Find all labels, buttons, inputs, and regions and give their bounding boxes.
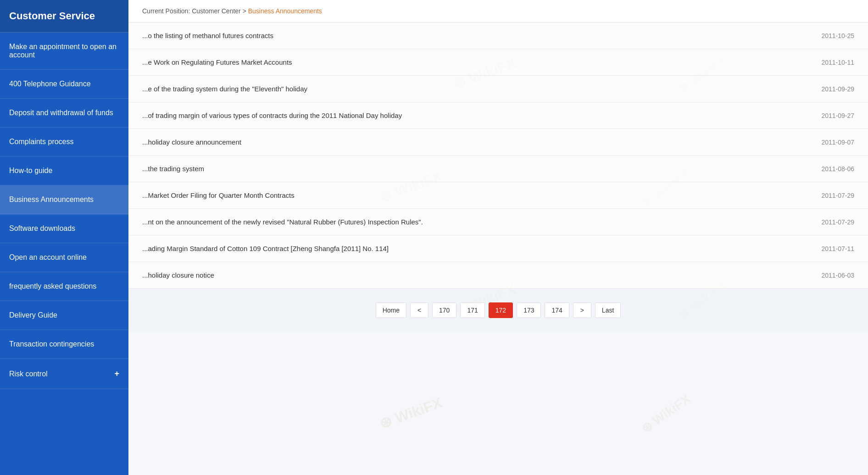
article-date: 2011-07-11 [821, 245, 854, 252]
article-row[interactable]: ...of trading margin of various types of… [128, 102, 868, 129]
main-content: Current Position: Customer Center > Busi… [128, 0, 868, 475]
sidebar-item-complaints-process[interactable]: Complaints process [0, 128, 128, 156]
article-date: 2011-06-03 [821, 272, 854, 279]
watermark-instance: ⊛ WikiFX [635, 394, 695, 431]
articles-list: ...o the listing of methanol futures con… [128, 22, 868, 289]
article-row[interactable]: ...e Work on Regulating Futures Market A… [128, 49, 868, 76]
pagination-home[interactable]: Home [376, 302, 406, 318]
sidebar-item-label: Complaints process [9, 138, 74, 146]
pagination-prev[interactable]: < [410, 302, 428, 318]
article-date: 2011-10-11 [821, 59, 854, 66]
sidebar-item-risk-control[interactable]: Risk control+ [0, 359, 128, 389]
sidebar-item-label: Make an appointment to open an account [9, 43, 119, 59]
sidebar-item-label: Business Announcements [9, 196, 94, 204]
article-row[interactable]: ...ading Margin Standard of Cotton 109 C… [128, 235, 868, 262]
article-row[interactable]: ...o the listing of methanol futures con… [128, 22, 868, 49]
sidebar-item-how-to-guide[interactable]: How-to guide [0, 156, 128, 185]
sidebar-item-software-downloads[interactable]: Software downloads [0, 214, 128, 243]
article-row[interactable]: ...Market Order Filing for Quarter Month… [128, 182, 868, 209]
expand-icon[interactable]: + [114, 369, 119, 379]
article-date: 2011-10-25 [821, 32, 854, 39]
article-row[interactable]: ...nt on the announcement of the newly r… [128, 209, 868, 235]
sidebar-item-label: Software downloads [9, 224, 75, 233]
pagination-page-171[interactable]: 171 [460, 302, 484, 318]
sidebar: Customer Service Make an appointment to … [0, 0, 128, 475]
breadcrumb: Current Position: Customer Center > Busi… [128, 0, 868, 22]
sidebar-item-label: Transaction contingencies [9, 340, 94, 348]
sidebar-item-delivery-guide[interactable]: Delivery Guide [0, 301, 128, 330]
sidebar-item-open-account-online[interactable]: Open an account online [0, 243, 128, 272]
pagination-last[interactable]: Last [595, 302, 621, 318]
pagination-page-173[interactable]: 173 [517, 302, 541, 318]
pagination: Home<170171172173174>Last [128, 289, 868, 332]
article-date: 2011-08-06 [821, 165, 854, 173]
sidebar-item-label: frequently asked questions [9, 282, 96, 291]
sidebar-item-label: Delivery Guide [9, 311, 57, 319]
sidebar-item-label: 400 Telephone Guidance [9, 80, 91, 88]
sidebar-header: Customer Service [0, 0, 128, 33]
article-title: ...ading Margin Standard of Cotton 109 C… [142, 245, 803, 252]
article-date: 2011-07-29 [821, 192, 854, 199]
pagination-next[interactable]: > [573, 302, 591, 318]
sidebar-item-label: Open an account online [9, 253, 87, 262]
article-title: ...e Work on Regulating Futures Market A… [142, 58, 803, 66]
sidebar-item-transaction-contingencies[interactable]: Transaction contingencies [0, 330, 128, 359]
breadcrumb-home: Customer Center [192, 7, 241, 15]
sidebar-item-label: Deposit and withdrawal of funds [9, 109, 113, 117]
article-row[interactable]: ...the trading system2011-08-06 [128, 156, 868, 182]
article-row[interactable]: ...holiday closure notice2011-06-03 [128, 262, 868, 289]
breadcrumb-current: Business Announcements [248, 7, 322, 15]
breadcrumb-prefix: Current Position: [142, 7, 190, 15]
sidebar-item-telephone-guidance[interactable]: 400 Telephone Guidance [0, 70, 128, 99]
content-area: ⊛ WikiFX⊛ WikiFX⊛ WikiFX⊛ WikiFX⊛ WikiFX… [128, 22, 868, 475]
article-row[interactable]: ...holiday closure announcement2011-09-0… [128, 129, 868, 156]
sidebar-item-make-appointment[interactable]: Make an appointment to open an account [0, 33, 128, 70]
pagination-page-170[interactable]: 170 [432, 302, 456, 318]
article-row[interactable]: ...e of the trading system during the "E… [128, 76, 868, 102]
article-title: ...o the listing of methanol futures con… [142, 32, 803, 39]
sidebar-item-label: How-to guide [9, 167, 52, 175]
sidebar-item-faq[interactable]: frequently asked questions [0, 272, 128, 301]
article-date: 2011-09-29 [821, 85, 854, 93]
article-title: ...holiday closure announcement [142, 138, 803, 146]
article-date: 2011-07-29 [821, 218, 854, 226]
sidebar-item-deposit-withdrawal[interactable]: Deposit and withdrawal of funds [0, 99, 128, 128]
article-title: ...Market Order Filing for Quarter Month… [142, 191, 803, 199]
article-title: ...the trading system [142, 165, 803, 173]
article-title: ...of trading margin of various types of… [142, 112, 803, 119]
article-title: ...holiday closure notice [142, 271, 803, 279]
breadcrumb-separator: > [243, 7, 246, 15]
article-title: ...nt on the announcement of the newly r… [142, 218, 803, 226]
watermark-instance: ⊛ WikiFX [377, 392, 445, 433]
article-date: 2011-09-27 [821, 112, 854, 119]
sidebar-item-business-announcements[interactable]: Business Announcements [0, 185, 128, 214]
pagination-page-174[interactable]: 174 [545, 302, 569, 318]
article-date: 2011-09-07 [821, 139, 854, 146]
pagination-page-172[interactable]: 172 [489, 302, 513, 318]
article-title: ...e of the trading system during the "E… [142, 85, 803, 93]
sidebar-item-label: Risk control [9, 370, 48, 378]
